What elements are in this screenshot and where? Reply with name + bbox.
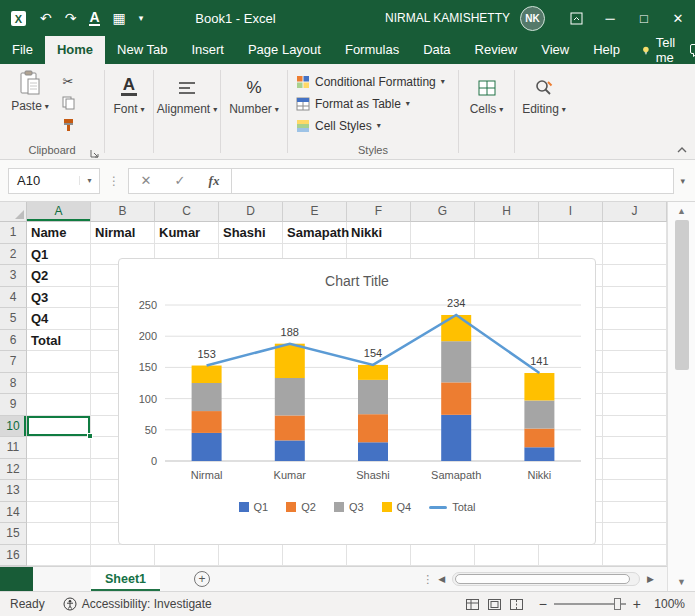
row-header-8[interactable]: 8 xyxy=(0,373,27,395)
cell-C16[interactable] xyxy=(155,545,219,567)
minimize-button[interactable]: ─ xyxy=(593,0,627,36)
format-as-table-button[interactable]: Format as Table ▾ xyxy=(296,93,458,114)
column-header-e[interactable]: E xyxy=(283,202,347,222)
tab-home[interactable]: Home xyxy=(45,36,105,64)
maximize-button[interactable]: □ xyxy=(627,0,661,36)
tab-help[interactable]: Help xyxy=(581,36,632,64)
zoom-slider[interactable] xyxy=(554,603,626,605)
formula-bar-handle[interactable]: ⋮ xyxy=(108,174,120,188)
cell-F16[interactable] xyxy=(347,545,411,567)
tab-data[interactable]: Data xyxy=(411,36,462,64)
cell-A6[interactable]: Total xyxy=(27,330,91,352)
column-header-h[interactable]: H xyxy=(475,202,539,222)
add-sheet-button[interactable]: + xyxy=(194,571,210,587)
sheet-tab-sheet1[interactable]: Sheet1 xyxy=(91,567,160,591)
row-header-5[interactable]: 5 xyxy=(0,308,27,330)
cell-J4[interactable] xyxy=(603,287,667,309)
row-header-12[interactable]: 12 xyxy=(0,459,27,481)
comments-button[interactable] xyxy=(690,36,695,64)
user-avatar[interactable]: NK xyxy=(520,6,545,31)
cell-A16[interactable] xyxy=(27,545,91,567)
cell-B16[interactable] xyxy=(91,545,155,567)
row-header-15[interactable]: 15 xyxy=(0,523,27,545)
cell-A8[interactable] xyxy=(27,373,91,395)
column-header-i[interactable]: I xyxy=(539,202,603,222)
cell-J10[interactable] xyxy=(603,416,667,438)
cell-J14[interactable] xyxy=(603,502,667,524)
cell-A15[interactable] xyxy=(27,523,91,545)
row-header-10[interactable]: 10 xyxy=(0,416,27,438)
page-break-view-icon[interactable] xyxy=(510,599,523,610)
user-name[interactable]: NIRMAL KAMISHETTY xyxy=(385,11,510,25)
cell-H16[interactable] xyxy=(475,545,539,567)
column-header-d[interactable]: D xyxy=(219,202,283,222)
scroll-down-button[interactable]: ▼ xyxy=(677,573,686,591)
scroll-up-button[interactable]: ▲ xyxy=(677,202,686,220)
vertical-scrollbar[interactable]: ▲ ▼ xyxy=(667,202,695,591)
cell-H1[interactable] xyxy=(475,222,539,244)
tab-page-layout[interactable]: Page Layout xyxy=(236,36,333,64)
cell-J5[interactable] xyxy=(603,308,667,330)
paste-button[interactable]: Paste▾ xyxy=(8,70,52,113)
scroll-left-button[interactable]: ◀ xyxy=(433,574,450,584)
tab-view[interactable]: View xyxy=(529,36,581,64)
tab-review[interactable]: Review xyxy=(463,36,530,64)
formula-input[interactable] xyxy=(232,168,674,194)
zoom-level[interactable]: 100% xyxy=(645,597,685,611)
select-all-corner[interactable] xyxy=(0,202,27,222)
cell-A3[interactable]: Q2 xyxy=(27,265,91,287)
close-button[interactable]: ✕ xyxy=(661,0,695,36)
column-header-c[interactable]: C xyxy=(155,202,219,222)
cell-J16[interactable] xyxy=(603,545,667,567)
row-header-11[interactable]: 11 xyxy=(0,437,27,459)
accessibility-status-button[interactable]: Accessibility: Investigate xyxy=(63,597,212,611)
row-header-16[interactable]: 16 xyxy=(0,545,27,567)
cell-C1[interactable]: Kumar xyxy=(155,222,219,244)
format-painter-button[interactable] xyxy=(58,116,78,134)
insert-function-button[interactable]: fx xyxy=(209,173,220,189)
zoom-slider-thumb[interactable] xyxy=(614,598,621,610)
cell-J15[interactable] xyxy=(603,523,667,545)
row-header-4[interactable]: 4 xyxy=(0,287,27,309)
font-quick-icon[interactable]: A xyxy=(89,10,99,26)
cell-J6[interactable] xyxy=(603,330,667,352)
cell-J12[interactable] xyxy=(603,459,667,481)
cell-A4[interactable]: Q3 xyxy=(27,287,91,309)
row-header-13[interactable]: 13 xyxy=(0,480,27,502)
row-header-1[interactable]: 1 xyxy=(0,222,27,244)
name-box-caret-icon[interactable]: ▾ xyxy=(79,176,99,185)
cell-A10[interactable] xyxy=(27,416,91,438)
scroll-right-button[interactable]: ▶ xyxy=(642,574,659,584)
row-header-2[interactable]: 2 xyxy=(0,244,27,266)
tab-formulas[interactable]: Formulas xyxy=(333,36,411,64)
cell-J3[interactable] xyxy=(603,265,667,287)
cell-A1[interactable]: Name xyxy=(27,222,91,244)
cell-J11[interactable] xyxy=(603,437,667,459)
cell-A7[interactable] xyxy=(27,351,91,373)
cell-D1[interactable]: Shashi xyxy=(219,222,283,244)
number-button[interactable]: % Number▾ xyxy=(221,70,287,116)
formula-bar-expand-icon[interactable]: ▾ xyxy=(680,176,685,186)
sheet-nav-block[interactable] xyxy=(0,567,33,591)
tell-me-button[interactable]: Tell me xyxy=(632,36,691,64)
cell-J7[interactable] xyxy=(603,351,667,373)
horizontal-scrollbar-thumb[interactable] xyxy=(455,574,630,584)
cell-I1[interactable] xyxy=(539,222,603,244)
table-quick-icon[interactable]: ▦ xyxy=(113,11,126,25)
tab-splitter-handle[interactable]: ⋮ xyxy=(422,573,433,586)
conditional-formatting-button[interactable]: Conditional Formatting ▾ xyxy=(296,71,458,92)
cell-A13[interactable] xyxy=(27,480,91,502)
clipboard-dialog-launcher-icon[interactable] xyxy=(90,149,99,158)
cancel-icon[interactable]: ✕ xyxy=(141,173,152,188)
cell-J1[interactable] xyxy=(603,222,667,244)
column-header-f[interactable]: F xyxy=(347,202,411,222)
cell-A9[interactable] xyxy=(27,394,91,416)
undo-icon[interactable]: ↶ xyxy=(40,11,52,25)
row-header-6[interactable]: 6 xyxy=(0,330,27,352)
cell-J13[interactable] xyxy=(603,480,667,502)
customize-qat-icon[interactable]: ▾ xyxy=(139,14,144,23)
cell-styles-button[interactable]: Cell Styles ▾ xyxy=(296,115,458,136)
cell-A12[interactable] xyxy=(27,459,91,481)
cell-G1[interactable] xyxy=(411,222,475,244)
cell-A2[interactable]: Q1 xyxy=(27,244,91,266)
